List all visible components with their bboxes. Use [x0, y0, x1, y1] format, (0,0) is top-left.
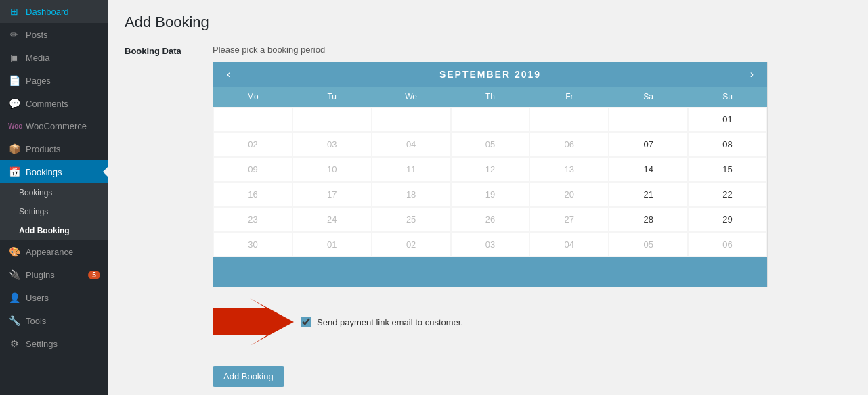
- calendar-day: 13: [529, 157, 609, 182]
- sidebar-item-label: WooCommerce: [26, 121, 100, 131]
- pages-icon: 📄: [8, 75, 20, 86]
- booking-form-section: Booking Data Please pick a booking perio…: [125, 45, 852, 387]
- tools-icon: 🔧: [8, 315, 20, 326]
- booking-data-label-col: Booking Data: [125, 45, 213, 387]
- weekday-fr: Fr: [529, 87, 609, 107]
- products-icon: 📦: [8, 143, 20, 154]
- booking-calendar: ‹ SEPTEMBER 2019 › Mo Tu We Th Fr Sa Su: [213, 62, 768, 287]
- weekday-we: We: [372, 87, 451, 107]
- sidebar-item-label: Dashboard: [26, 7, 100, 17]
- sidebar-item-plugins[interactable]: 🔌 Plugins 5: [0, 263, 108, 286]
- calendar-day: 16: [213, 182, 292, 207]
- calendar-day[interactable]: 07: [609, 132, 688, 157]
- sidebar-item-label: Settings: [26, 339, 100, 349]
- calendar-day[interactable]: 01: [688, 107, 767, 132]
- send-email-label: Send payment link email to customer.: [317, 317, 463, 327]
- weekday-sa: Sa: [609, 87, 688, 107]
- calendar-day: 04: [372, 132, 451, 157]
- calendar-day[interactable]: 08: [688, 132, 767, 157]
- sidebar-item-label: Bookings: [26, 167, 100, 177]
- sidebar: ⊞ Dashboard ✏ Posts ▣ Media 📄 Pages 💬 Co…: [0, 0, 108, 395]
- sidebar-item-label: Products: [26, 144, 100, 154]
- submenu-label: Bookings: [19, 188, 100, 198]
- calendar-day[interactable]: 28: [609, 207, 688, 232]
- sidebar-item-label: Users: [26, 293, 100, 303]
- calendar-month-title: SEPTEMBER 2019: [439, 69, 541, 80]
- submenu-label: Settings: [19, 207, 100, 216]
- send-email-checkbox[interactable]: [301, 317, 311, 327]
- pick-period-label: Please pick a booking period: [213, 45, 852, 55]
- calendar-day[interactable]: 22: [688, 182, 767, 207]
- submenu-item-bookings[interactable]: Bookings: [0, 183, 108, 202]
- weekday-tu: Tu: [292, 87, 372, 107]
- weekday-mo: Mo: [213, 87, 292, 107]
- calendar-day[interactable]: 14: [609, 157, 688, 182]
- calendar-day: 06: [529, 132, 609, 157]
- sidebar-item-media[interactable]: ▣ Media: [0, 46, 108, 69]
- calendar-day: 05: [451, 132, 530, 157]
- sidebar-item-pages[interactable]: 📄 Pages: [0, 69, 108, 92]
- calendar-day: 02: [372, 232, 451, 257]
- calendar-next-button[interactable]: ›: [745, 66, 759, 83]
- calendar-day: 18: [372, 182, 451, 207]
- sidebar-item-woocommerce[interactable]: Woo WooCommerce: [0, 115, 108, 137]
- weekday-su: Su: [688, 87, 767, 107]
- form-column: Please pick a booking period ‹ SEPTEMBER…: [213, 45, 852, 387]
- calendar-day: 12: [451, 157, 530, 182]
- sidebar-item-bookings[interactable]: 📅 Bookings: [0, 160, 108, 183]
- users-icon: 👤: [8, 292, 20, 303]
- below-calendar: Send payment link email to customer.: [213, 298, 852, 346]
- bookings-icon: 📅: [8, 166, 20, 177]
- add-booking-button[interactable]: Add Booking: [213, 366, 284, 387]
- sidebar-item-tools[interactable]: 🔧 Tools: [0, 309, 108, 332]
- sidebar-item-products[interactable]: 📦 Products: [0, 137, 108, 160]
- sidebar-item-label: Comments: [26, 99, 100, 109]
- calendar-header: ‹ SEPTEMBER 2019 ›: [213, 62, 767, 87]
- sidebar-item-settings[interactable]: ⚙ Settings: [0, 332, 108, 355]
- calendar-day[interactable]: 21: [609, 182, 688, 207]
- calendar-day[interactable]: 15: [688, 157, 767, 182]
- main-content: Add Booking Booking Data Please pick a b…: [108, 0, 868, 395]
- dashboard-icon: ⊞: [8, 6, 20, 17]
- calendar-prev-button[interactable]: ‹: [221, 66, 236, 83]
- calendar-day: 05: [609, 232, 688, 257]
- sidebar-item-label: Tools: [26, 316, 100, 326]
- comments-icon: 💬: [8, 98, 20, 109]
- sidebar-item-label: Plugins: [26, 270, 83, 280]
- calendar-day: 03: [451, 232, 530, 257]
- submenu-item-settings[interactable]: Settings: [0, 202, 108, 221]
- posts-icon: ✏: [8, 29, 20, 40]
- calendar-day: 06: [688, 232, 767, 257]
- calendar-day: 23: [213, 207, 292, 232]
- woo-icon: Woo: [8, 122, 20, 130]
- sidebar-item-label: Media: [26, 53, 100, 63]
- calendar-day: [529, 107, 609, 132]
- calendar-day: 10: [292, 157, 372, 182]
- calendar-day[interactable]: 29: [688, 207, 767, 232]
- calendar-day: 27: [529, 207, 609, 232]
- red-arrow-icon: [213, 298, 294, 346]
- sidebar-item-posts[interactable]: ✏ Posts: [0, 23, 108, 46]
- calendar-day: [609, 107, 688, 132]
- sidebar-item-dashboard[interactable]: ⊞ Dashboard: [0, 0, 108, 23]
- appearance-icon: 🎨: [8, 246, 20, 257]
- calendar-day: 26: [451, 207, 530, 232]
- calendar-day: 01: [292, 232, 372, 257]
- svg-marker-0: [213, 298, 294, 346]
- sidebar-arrow: [103, 166, 108, 177]
- sidebar-item-comments[interactable]: 💬 Comments: [0, 92, 108, 115]
- calendar-day: [292, 107, 372, 132]
- plugins-icon: 🔌: [8, 269, 20, 280]
- sidebar-item-label: Appearance: [26, 247, 100, 257]
- booking-data-label: Booking Data: [125, 46, 181, 56]
- page-title: Add Booking: [125, 14, 852, 31]
- calendar-day: 24: [292, 207, 372, 232]
- sidebar-item-users[interactable]: 👤 Users: [0, 286, 108, 309]
- sidebar-item-appearance[interactable]: 🎨 Appearance: [0, 240, 108, 263]
- calendar-day: 25: [372, 207, 451, 232]
- plugins-badge: 5: [88, 271, 100, 279]
- calendar-footer-bar: [213, 257, 767, 287]
- calendar-day: 19: [451, 182, 530, 207]
- calendar-weekdays: Mo Tu We Th Fr Sa Su: [213, 87, 767, 107]
- submenu-item-add-booking[interactable]: Add Booking: [0, 221, 108, 240]
